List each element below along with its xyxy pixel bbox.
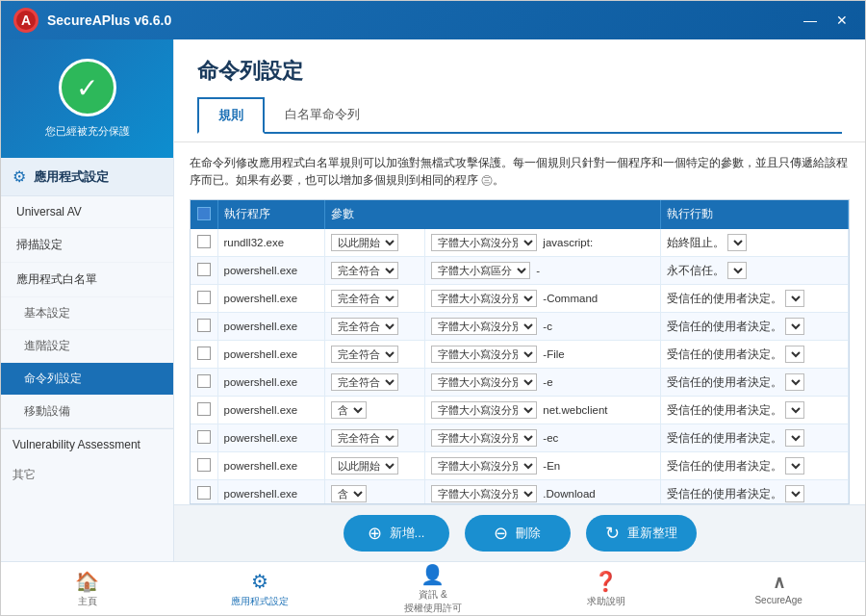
match-select[interactable]: 以此開始 bbox=[331, 457, 398, 475]
match-select[interactable]: 完全符合 bbox=[331, 346, 398, 363]
sidebar-item-vulnerability-assessment[interactable]: Vulnerability Assessment bbox=[1, 428, 173, 460]
header-checkbox[interactable] bbox=[197, 207, 211, 220]
action-select[interactable]: ▼ bbox=[727, 234, 747, 251]
minimize-button[interactable]: — bbox=[798, 11, 823, 30]
row-checkbox-cell[interactable] bbox=[191, 312, 217, 340]
match-select[interactable]: 完全符合 bbox=[331, 318, 398, 335]
match-select[interactable]: 以此開始 bbox=[331, 234, 398, 251]
param-select[interactable]: 字體大小寫沒分別 bbox=[431, 457, 537, 475]
table-row[interactable]: powershell.exe 完全符合 字體大小寫沒分別 -e 受信任的使用者決… bbox=[191, 368, 849, 396]
row-checkbox-cell[interactable] bbox=[191, 256, 217, 284]
row-checkbox[interactable] bbox=[197, 346, 211, 360]
row-checkbox[interactable] bbox=[197, 402, 211, 416]
bottom-nav-home[interactable]: 🏠 主頁 bbox=[1, 566, 174, 612]
row-checkbox-cell[interactable] bbox=[191, 396, 217, 424]
row-checkbox-cell[interactable] bbox=[191, 368, 217, 396]
row-checkbox[interactable] bbox=[197, 458, 211, 472]
sidebar-sub-item-cmd-settings[interactable]: 命令列設定 bbox=[1, 363, 173, 396]
param-select[interactable]: 字體大小寫沒分別 bbox=[431, 234, 537, 251]
row-checkbox[interactable] bbox=[197, 291, 211, 304]
settings-icon: ⚙ bbox=[251, 570, 268, 593]
param-select[interactable]: 字體大小寫沒分別 bbox=[431, 346, 537, 363]
delete-icon: ⊖ bbox=[494, 523, 508, 544]
refresh-button[interactable]: ↻ 重新整理 bbox=[586, 515, 697, 552]
table-row[interactable]: powershell.exe 完全符合 字體大小寫區分 - 永不信任。 ▼ bbox=[191, 256, 849, 284]
protected-circle: ✓ bbox=[59, 59, 116, 116]
table-row[interactable]: rundll32.exe 以此開始 字體大小寫沒分別 javascript: 始… bbox=[191, 229, 849, 257]
param-select[interactable]: 字體大小寫沒分別 bbox=[431, 373, 537, 391]
action-select[interactable]: ▼ bbox=[785, 290, 804, 307]
row-checkbox[interactable] bbox=[197, 319, 211, 332]
sidebar-sub-item-advanced-settings[interactable]: 進階設定 bbox=[1, 330, 173, 363]
table-row[interactable]: powershell.exe 完全符合 字體大小寫沒分別 -c 受信任的使用者決… bbox=[191, 312, 849, 340]
param-select[interactable]: 字體大小寫區分 bbox=[431, 262, 530, 279]
row-action: 受信任的使用者決定。 ▼ bbox=[661, 284, 849, 312]
table-row[interactable]: powershell.exe 含 字體大小寫沒分別 net.webclient … bbox=[191, 396, 849, 424]
match-select[interactable]: 完全符合 bbox=[331, 290, 398, 307]
tab-rules[interactable]: 規則 bbox=[197, 97, 265, 134]
match-select[interactable]: 完全符合 bbox=[331, 429, 398, 447]
row-checkbox[interactable] bbox=[197, 374, 211, 388]
param-select[interactable]: 字體大小寫沒分別 bbox=[431, 318, 537, 335]
sidebar-item-universal-av[interactable]: Universal AV bbox=[1, 196, 173, 228]
rules-table-container[interactable]: 執行程序 參數 執行行動 rundll32.exe 以此開始 bbox=[190, 199, 850, 504]
param-select[interactable]: 字體大小寫沒分別 bbox=[431, 429, 537, 447]
row-checkbox-cell[interactable] bbox=[191, 424, 217, 451]
delete-button[interactable]: ⊖ 刪除 bbox=[465, 515, 571, 552]
match-select[interactable]: 完全符合 bbox=[331, 262, 398, 279]
row-exe: powershell.exe bbox=[217, 368, 325, 396]
row-checkbox[interactable] bbox=[197, 486, 211, 500]
add-button[interactable]: ⊕ 新增... bbox=[344, 515, 449, 552]
sidebar-sub-item-mobile-devices[interactable]: 移動設備 bbox=[1, 396, 173, 428]
action-select[interactable]: ▼ bbox=[785, 346, 804, 363]
sidebar-section-header: ⚙ 應用程式設定 bbox=[1, 158, 173, 196]
row-param: 字體大小寫沒分別 -File bbox=[424, 340, 660, 368]
match-select[interactable]: 含 bbox=[331, 401, 367, 419]
row-param: 字體大小寫沒分別 -Command bbox=[424, 284, 660, 312]
action-select[interactable]: ▼ bbox=[785, 457, 804, 475]
bottom-nav-secureage[interactable]: ∧ SecureAge bbox=[692, 568, 865, 609]
table-row[interactable]: powershell.exe 完全符合 字體大小寫沒分別 -File 受信任的使… bbox=[191, 340, 849, 368]
table-row[interactable]: powershell.exe 以此開始 字體大小寫沒分別 -En 受信任的使用者… bbox=[191, 451, 849, 479]
row-checkbox[interactable] bbox=[197, 263, 211, 276]
action-select[interactable]: ▼ bbox=[785, 373, 804, 391]
match-select[interactable]: 完全符合 bbox=[331, 373, 398, 391]
row-checkbox-cell[interactable] bbox=[191, 284, 217, 312]
tab-whitelist-cmd[interactable]: 白名單命令列 bbox=[265, 97, 380, 134]
row-checkbox-cell[interactable] bbox=[191, 229, 217, 257]
col-action: 執行行動 bbox=[661, 200, 849, 229]
row-checkbox[interactable] bbox=[197, 235, 211, 248]
action-select[interactable]: ▼ bbox=[727, 262, 747, 279]
app-logo-icon: A bbox=[13, 7, 39, 34]
match-select[interactable]: 含 bbox=[331, 485, 367, 502]
action-select[interactable]: ▼ bbox=[785, 485, 804, 502]
row-checkbox-cell[interactable] bbox=[191, 451, 217, 479]
window-controls: — ✕ bbox=[798, 11, 853, 30]
sidebar-item-app-whitelist[interactable]: 應用程式白名單 bbox=[1, 263, 173, 297]
table-row[interactable]: powershell.exe 完全符合 字體大小寫沒分別 -Command 受信… bbox=[191, 284, 849, 312]
row-exe: powershell.exe bbox=[217, 451, 325, 479]
param-select[interactable]: 字體大小寫沒分別 bbox=[431, 401, 537, 419]
bottom-nav-help[interactable]: ❓ 求助說明 bbox=[520, 566, 693, 612]
bottom-nav-info[interactable]: 👤 資訊 &授權使用許可 bbox=[346, 559, 520, 617]
sidebar-sub-item-basic-settings[interactable]: 基本設定 bbox=[1, 297, 173, 330]
col-match: 參數 bbox=[325, 200, 661, 229]
row-exe: powershell.exe bbox=[217, 396, 325, 424]
action-select[interactable]: ▼ bbox=[785, 429, 804, 447]
table-row[interactable]: powershell.exe 含 字體大小寫沒分別 .Download 受信任的… bbox=[191, 479, 849, 504]
row-checkbox[interactable] bbox=[197, 430, 211, 444]
close-button[interactable]: ✕ bbox=[830, 11, 853, 30]
sidebar-item-other[interactable]: 其它 bbox=[1, 460, 173, 490]
action-select[interactable]: ▼ bbox=[785, 401, 804, 419]
row-exe: rundll32.exe bbox=[217, 229, 325, 257]
table-body: rundll32.exe 以此開始 字體大小寫沒分別 javascript: 始… bbox=[191, 229, 849, 504]
row-checkbox-cell[interactable] bbox=[191, 340, 217, 368]
param-select[interactable]: 字體大小寫沒分別 bbox=[431, 290, 537, 307]
action-select[interactable]: ▼ bbox=[785, 318, 804, 335]
row-checkbox-cell[interactable] bbox=[191, 479, 217, 504]
table-row[interactable]: powershell.exe 完全符合 字體大小寫沒分別 -ec 受信任的使用者… bbox=[191, 424, 849, 451]
bottom-nav-app-settings[interactable]: ⚙ 應用程式設定 bbox=[174, 566, 347, 612]
sidebar-item-scan-settings[interactable]: 掃描設定 bbox=[1, 228, 173, 263]
param-select[interactable]: 字體大小寫沒分別 bbox=[431, 485, 537, 502]
protected-badge: ✓ 您已經被充分保護 bbox=[1, 39, 173, 158]
